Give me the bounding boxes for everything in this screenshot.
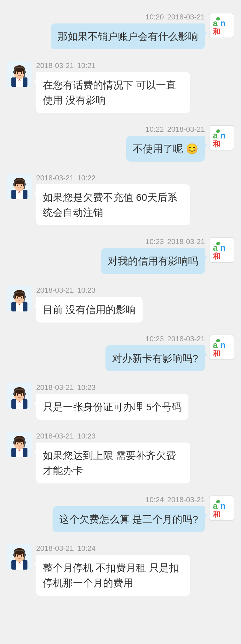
user-avatar: a n 和 <box>209 125 234 151</box>
svg-text:n: n <box>220 243 226 253</box>
bubble-wrapper-msg11: 2018-03-2110:24整个月停机 不扣费月租 只是扣停机那一个月的费用 <box>36 544 190 596</box>
bubble-meta-msg11: 2018-03-2110:24 <box>36 544 190 553</box>
svg-point-23 <box>216 130 219 133</box>
msg-time-msg9: 10:23 <box>77 432 96 441</box>
svg-point-104 <box>17 555 18 557</box>
bubble-meta-msg4: 2018-03-2110:22 <box>36 174 190 182</box>
bubble-wrapper-msg8: 2018-03-2110:23只是一张身份证可办理 5个号码 <box>36 383 188 420</box>
message-row-msg2: 2018-03-2110:21在您有话费的情况下 可以一直使用 没有影响 <box>0 59 241 116</box>
message-row-msg9: 2018-03-2110:23如果您达到上限 需要补齐欠费才能办卡 <box>0 429 241 486</box>
bubble-text-msg10: 这个欠费怎么算 是三个月的吗? <box>53 506 205 532</box>
bubble-meta-msg3: 2018-03-2110:22 <box>126 125 205 134</box>
svg-rect-106 <box>13 553 15 556</box>
svg-point-89 <box>23 446 25 448</box>
chat-container: a n 和 2018-03-2110:20那如果不销户账户会有什么影响 <box>0 7 241 608</box>
bubble-meta-msg2: 2018-03-2110:21 <box>36 61 190 70</box>
svg-point-75 <box>23 398 25 399</box>
bubble-meta-msg9: 2018-03-2110:23 <box>36 432 190 441</box>
user-avatar: a n 和 <box>209 237 234 263</box>
agent-avatar <box>7 544 32 570</box>
agent-avatar <box>7 174 32 199</box>
msg-date-msg5: 2018-03-21 <box>167 237 205 246</box>
msg-time-msg1: 10:20 <box>145 13 164 21</box>
svg-rect-107 <box>24 553 26 556</box>
bubble-wrapper-msg1: 2018-03-2110:20那如果不销户账户会有什么影响 <box>51 13 205 49</box>
svg-point-86 <box>21 443 22 445</box>
message-row-msg1: a n 和 2018-03-2110:20那如果不销户账户会有什么影响 <box>0 10 241 52</box>
svg-point-42 <box>216 242 219 245</box>
agent-avatar <box>7 383 32 409</box>
message-row-msg5: a n 和 2018-03-2110:23对我的信用有影响吗 <box>0 235 241 277</box>
svg-text:n: n <box>220 501 226 511</box>
svg-text:和: 和 <box>213 140 220 148</box>
msg-date-msg4: 2018-03-21 <box>36 174 74 182</box>
svg-text:和: 和 <box>213 27 220 36</box>
svg-point-105 <box>21 555 22 557</box>
svg-rect-17 <box>24 71 26 73</box>
bubble-meta-msg6: 2018-03-2110:23 <box>36 286 143 295</box>
msg-time-msg7: 10:23 <box>145 335 164 343</box>
msg-time-msg3: 10:22 <box>145 125 164 134</box>
message-row-msg6: 2018-03-2110:23目前 没有信用的影响 <box>0 283 241 325</box>
bubble-wrapper-msg4: 2018-03-2110:22如果您是欠费不充值 60天后系统会自动注销 <box>36 174 190 225</box>
svg-point-72 <box>21 394 22 396</box>
msg-date-msg2: 2018-03-21 <box>36 61 74 70</box>
svg-rect-74 <box>24 393 26 395</box>
msg-time-msg5: 10:23 <box>145 237 164 246</box>
bubble-text-msg1: 那如果不销户账户会有什么影响 <box>51 23 205 49</box>
svg-rect-54 <box>13 295 15 298</box>
svg-point-108 <box>23 559 25 560</box>
svg-point-71 <box>17 394 18 396</box>
svg-rect-35 <box>13 183 15 186</box>
svg-point-18 <box>23 76 25 77</box>
svg-point-85 <box>17 443 18 445</box>
msg-date-msg1: 2018-03-21 <box>167 13 205 21</box>
svg-point-61 <box>216 340 219 342</box>
user-avatar: a n 和 <box>209 13 234 38</box>
bubble-meta-msg5: 2018-03-2110:23 <box>101 237 205 246</box>
bubble-wrapper-msg5: 2018-03-2110:23对我的信用有影响吗 <box>101 237 205 274</box>
svg-point-94 <box>216 501 219 503</box>
msg-time-msg6: 10:23 <box>77 286 96 295</box>
svg-point-14 <box>17 72 18 74</box>
bubble-wrapper-msg3: 2018-03-2110:22不使用了呢 😊 <box>126 125 205 162</box>
svg-text:和: 和 <box>213 252 220 260</box>
msg-date-msg3: 2018-03-21 <box>167 125 205 134</box>
msg-date-msg8: 2018-03-21 <box>36 383 74 392</box>
agent-avatar <box>7 432 32 457</box>
svg-rect-87 <box>13 441 15 444</box>
svg-text:和: 和 <box>213 349 220 357</box>
msg-date-msg7: 2018-03-21 <box>167 335 205 343</box>
bubble-wrapper-msg10: 2018-03-2110:24这个欠费怎么算 是三个月的吗? <box>53 495 205 532</box>
message-row-msg3: a n 和 2018-03-2110:22不使用了呢 😊 <box>0 122 241 164</box>
agent-avatar <box>7 61 32 87</box>
bubble-text-msg4: 如果您是欠费不充值 60天后系统会自动注销 <box>36 184 190 225</box>
bubble-wrapper-msg7: 2018-03-2110:23对办新卡有影响吗? <box>105 335 205 371</box>
msg-date-msg11: 2018-03-21 <box>36 544 74 553</box>
svg-point-4 <box>216 18 219 20</box>
bubble-meta-msg10: 2018-03-2110:24 <box>53 495 205 504</box>
svg-rect-36 <box>24 183 26 186</box>
svg-text:n: n <box>220 340 226 350</box>
svg-point-52 <box>17 297 18 299</box>
svg-rect-73 <box>13 393 15 395</box>
svg-text:n: n <box>220 18 226 28</box>
msg-time-msg10: 10:24 <box>145 495 164 504</box>
msg-time-msg2: 10:21 <box>77 61 96 70</box>
msg-time-msg4: 10:22 <box>77 174 96 182</box>
message-row-msg8: 2018-03-2110:23只是一张身份证可办理 5个号码 <box>0 380 241 422</box>
agent-avatar <box>7 286 32 311</box>
bubble-text-msg2: 在您有话费的情况下 可以一直使用 没有影响 <box>36 72 190 113</box>
msg-date-msg6: 2018-03-21 <box>36 286 74 295</box>
message-row-msg4: 2018-03-2110:22如果您是欠费不充值 60天后系统会自动注销 <box>0 171 241 228</box>
bubble-text-msg8: 只是一张身份证可办理 5个号码 <box>36 394 188 420</box>
bubble-meta-msg1: 2018-03-2110:20 <box>51 13 205 21</box>
message-row-msg7: a n 和 2018-03-2110:23对办新卡有影响吗? <box>0 332 241 374</box>
bubble-text-msg11: 整个月停机 不扣费月租 只是扣停机那一个月的费用 <box>36 555 190 596</box>
bubble-meta-msg7: 2018-03-2110:23 <box>105 335 205 343</box>
svg-point-37 <box>23 188 25 189</box>
bubble-text-msg6: 目前 没有信用的影响 <box>36 297 143 323</box>
bubble-text-msg7: 对办新卡有影响吗? <box>105 345 205 371</box>
msg-time-msg8: 10:23 <box>77 383 96 392</box>
bubble-wrapper-msg6: 2018-03-2110:23目前 没有信用的影响 <box>36 286 143 323</box>
